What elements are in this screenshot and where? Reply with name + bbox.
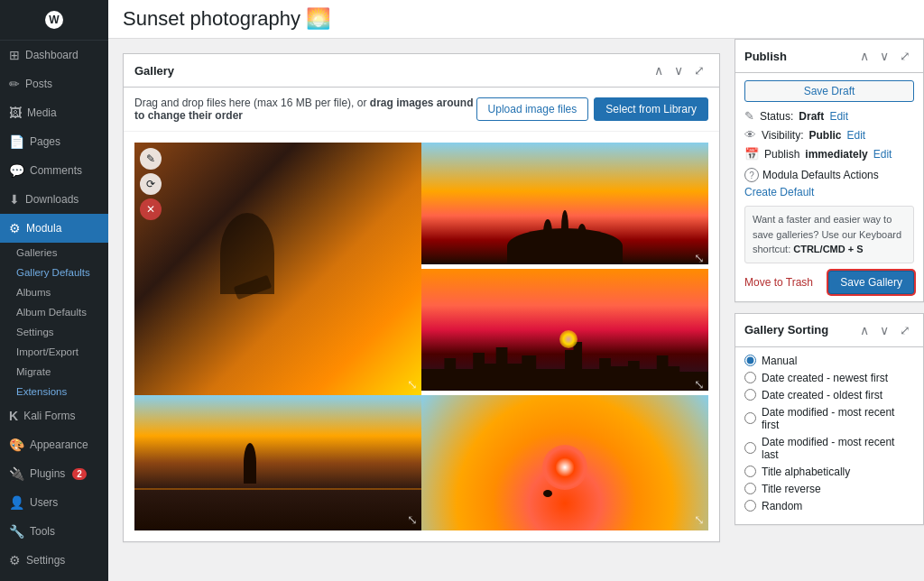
visibility-icon: 👁 — [744, 128, 756, 142]
status-edit-link[interactable]: Edit — [829, 110, 848, 123]
defaults-label: Modula Defaults Actions — [762, 169, 879, 181]
sidebar-item-kali-forms[interactable]: K Kali Forms — [0, 401, 108, 430]
sorting-option-random[interactable]: Random — [744, 500, 914, 512]
gallery-sorting-meta-box: Gallery Sorting ∧ ∨ ⤢ Manual Date create… — [735, 313, 924, 525]
keyboard-hint: Want a faster and easier way to save gal… — [744, 206, 914, 263]
gallery-expand-button[interactable]: ⤢ — [690, 61, 708, 79]
gallery-collapse-down-button[interactable]: ∨ — [670, 61, 687, 79]
photographer-image — [134, 143, 421, 395]
sorting-option-modified-last[interactable]: Date modified - most recent last — [744, 436, 914, 461]
gallery-item-5[interactable]: ⤡ — [421, 395, 708, 530]
create-default-link[interactable]: Create Default — [744, 186, 914, 198]
sidebar-item-seo[interactable]: ◈ SEO — [0, 575, 108, 581]
sorting-option-date-newest[interactable]: Date created - newest first — [744, 372, 914, 384]
sort-modified-last-radio[interactable] — [744, 442, 756, 454]
gallery-item-1-delete-button[interactable]: ✕ — [140, 198, 162, 220]
publish-collapse-down-button[interactable]: ∨ — [876, 47, 892, 65]
visibility-edit-link[interactable]: Edit — [846, 129, 865, 142]
sidebar-item-extensions[interactable]: Extensions — [9, 382, 108, 401]
sidebar-item-posts[interactable]: ✏ Posts — [0, 69, 108, 98]
beach-image — [134, 395, 421, 530]
sorting-option-title-reverse[interactable]: Title reverse — [744, 483, 914, 495]
gallery-grid: ✎ ⟳ ✕ ⤡ — [124, 132, 719, 541]
publish-expand-button[interactable]: ⤢ — [896, 47, 914, 65]
sidebar-item-downloads[interactable]: ⬇ Downloads — [0, 185, 108, 214]
sidebar-item-pages[interactable]: 📄 Pages — [0, 127, 108, 156]
gallery-instructions-bar: Drag and drop files here (max 16 MB per … — [124, 88, 719, 132]
downloads-icon: ⬇ — [9, 192, 20, 207]
comments-icon: 💬 — [9, 163, 24, 178]
publish-when-value: immediately — [805, 148, 867, 161]
sidebar-item-settings[interactable]: ⚙ Settings — [0, 546, 108, 575]
gallery-item-1-swap-button[interactable]: ⟳ — [140, 173, 162, 195]
save-draft-button[interactable]: Save Draft — [744, 80, 914, 102]
sidebar-item-import-export[interactable]: Import/Export — [9, 342, 108, 362]
sorting-option-title-alpha[interactable]: Title alphabetically — [744, 466, 914, 478]
sort-random-radio[interactable] — [744, 500, 756, 512]
gallery-box-controls: ∧ ∨ ⤢ — [651, 61, 708, 79]
sorting-option-modified-recent[interactable]: Date modified - most recent first — [744, 406, 914, 431]
gallery-collapse-up-button[interactable]: ∧ — [651, 61, 667, 79]
sort-manual-label: Manual — [762, 355, 797, 367]
gallery-sorting-title: Gallery Sorting — [744, 323, 856, 337]
publish-box-controls: ∧ ∨ ⤢ — [856, 47, 914, 65]
visibility-label: Visibility: — [762, 129, 803, 142]
sidebar-item-gallery-defaults[interactable]: Gallery Defaults — [9, 263, 108, 282]
modula-icon: ⚙ — [9, 221, 21, 235]
gallery-sorting-box-header: Gallery Sorting ∧ ∨ ⤢ — [735, 314, 923, 347]
sort-date-oldest-label: Date created - oldest first — [762, 389, 882, 401]
plugins-badge: 2 — [72, 468, 87, 480]
sorting-option-manual[interactable]: Manual — [744, 355, 914, 367]
sidebar-item-users[interactable]: 👤 Users — [0, 488, 108, 517]
sidebar-item-albums[interactable]: Albums — [9, 282, 108, 302]
gallery-item-2[interactable]: ⤡ — [421, 143, 708, 269]
select-library-button[interactable]: Select from Library — [594, 97, 708, 121]
gallery-item-1[interactable]: ✎ ⟳ ✕ ⤡ — [134, 143, 421, 395]
sorting-collapse-up-button[interactable]: ∧ — [856, 321, 873, 339]
post-title-bar: Sunset photography 🌅 — [108, 0, 924, 39]
publish-status-row: ✎ Status: Draft Edit — [744, 109, 914, 123]
sidebar-item-settings[interactable]: Settings — [9, 322, 108, 342]
sidebar-item-dashboard[interactable]: ⊞ Dashboard — [0, 41, 108, 69]
gallery-item-1-edit-button[interactable]: ✎ — [140, 148, 162, 170]
publish-collapse-up-button[interactable]: ∧ — [856, 47, 873, 65]
sidebar-item-media[interactable]: 🖼 Media — [0, 98, 108, 127]
publish-box-body: Save Draft ✎ Status: Draft Edit 👁 Visibi… — [735, 73, 923, 301]
gallery-sorting-body: Manual Date created - newest first Date … — [735, 347, 923, 524]
sorting-collapse-down-button[interactable]: ∨ — [876, 321, 892, 339]
status-icon: ✎ — [744, 109, 754, 123]
gallery-item-3[interactable]: ⤡ — [421, 269, 708, 395]
sidebar-item-album-defaults[interactable]: Album Defaults — [9, 302, 108, 322]
visibility-value: Public — [808, 129, 841, 142]
sidebar-item-tools[interactable]: 🔧 Tools — [0, 517, 108, 546]
sidebar-item-modula[interactable]: ⚙ Modula — [0, 214, 108, 243]
move-to-trash-button[interactable]: Move to Trash — [744, 276, 813, 289]
publish-date-edit-link[interactable]: Edit — [873, 148, 892, 161]
publish-meta-box: Publish ∧ ∨ ⤢ Save Draft ✎ Status: Draft… — [735, 39, 924, 302]
publish-when-label: Publish — [764, 148, 799, 161]
sidebar-item-appearance[interactable]: 🎨 Appearance — [0, 430, 108, 459]
gallery-item-4[interactable]: ⤡ — [134, 395, 421, 530]
sort-random-label: Random — [762, 500, 802, 512]
post-title-input[interactable]: Sunset photography 🌅 — [123, 7, 910, 31]
sort-title-reverse-radio[interactable] — [744, 483, 756, 494]
sort-title-alpha-radio[interactable] — [744, 466, 756, 477]
sidebar-item-comments[interactable]: 💬 Comments — [0, 156, 108, 185]
main-content: Sunset photography 🌅 Gallery ∧ ∨ ⤢ Drag … — [108, 0, 924, 581]
upload-images-button[interactable]: Upload image files — [476, 97, 589, 121]
sorting-expand-button[interactable]: ⤢ — [896, 321, 914, 339]
sidebar-logo: W — [0, 0, 108, 41]
silhouette-image — [421, 143, 708, 264]
publish-actions-row: Move to Trash Save Gallery — [744, 271, 914, 294]
sorting-option-date-oldest[interactable]: Date created - oldest first — [744, 389, 914, 401]
sort-date-newest-radio[interactable] — [744, 372, 756, 383]
sort-modified-recent-radio[interactable] — [744, 412, 756, 424]
sidebar-item-plugins[interactable]: 🔌 Plugins 2 — [0, 459, 108, 488]
save-gallery-button[interactable]: Save Gallery — [828, 271, 914, 294]
sort-manual-radio[interactable] — [744, 355, 756, 366]
sidebar-item-galleries[interactable]: Galleries — [9, 243, 108, 263]
sort-date-oldest-radio[interactable] — [744, 389, 756, 401]
sort-modified-last-label: Date modified - most recent last — [762, 436, 914, 461]
gallery-item-1-overlay: ✎ ⟳ ✕ — [140, 148, 162, 220]
sidebar-item-migrate[interactable]: Migrate — [9, 362, 108, 382]
